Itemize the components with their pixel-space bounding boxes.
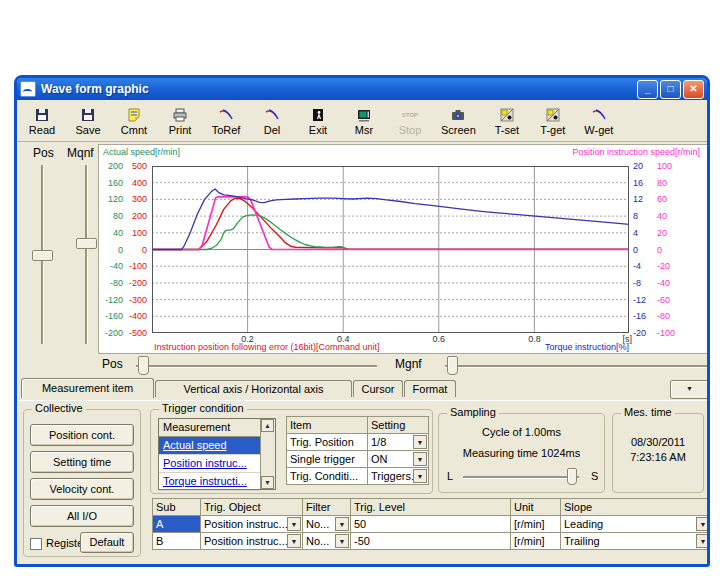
maximize-button[interactable]: □ xyxy=(660,80,681,99)
settings-col-header: Item xyxy=(286,416,368,434)
setting-item-label: Trig. Position xyxy=(286,433,368,451)
axis-tick: -20 xyxy=(633,328,651,338)
collective-group: Collective Position cont.Setting timeVel… xyxy=(23,409,141,557)
mes-time-group: Mes. time 08/30/2011 7:23:16 AM xyxy=(612,413,704,493)
tab-overflow-dropdown-button[interactable]: ▼ xyxy=(670,380,709,399)
trigger-condition-group: Trigger condition MeasurementActual spee… xyxy=(150,409,433,494)
pos-horizontal-label: Pos xyxy=(102,357,123,371)
axis-tick: 12 xyxy=(633,194,651,204)
collective-button-setting-time[interactable]: Setting time xyxy=(30,451,134,473)
measurement-list-scrollbar[interactable]: ▲ ▼ xyxy=(260,419,275,489)
measurement-list-item[interactable]: Position instruc... xyxy=(159,455,261,473)
wave-curves-icon xyxy=(264,106,280,123)
trigger-table-col-header: Sub xyxy=(152,498,201,516)
trigger-table-col-header: Filter xyxy=(302,498,351,516)
screenshot-stage: Wave form graphic _ □ ✕ Read Save Cmnt P… xyxy=(0,0,723,584)
toolbar-button-save[interactable]: Save xyxy=(73,106,103,136)
tab-strip: Measurement itemVertical axis / Horizont… xyxy=(19,378,705,398)
scroll-down-icon[interactable]: ▼ xyxy=(261,476,274,489)
tab-measurement-item[interactable]: Measurement item xyxy=(21,378,154,398)
toolbar-button-cmnt[interactable]: Cmnt xyxy=(119,106,149,136)
trigger-object-dropdown[interactable]: Position instruc...▼ xyxy=(200,532,303,550)
unit-cell: [r/min] xyxy=(510,532,561,550)
toolbar-button-print[interactable]: Print xyxy=(165,106,195,136)
x-axis-tick: 0.2 xyxy=(233,334,263,344)
stop-icon: STOP xyxy=(401,106,419,123)
collective-button-position-cont-[interactable]: Position cont. xyxy=(30,424,134,446)
close-button[interactable]: ✕ xyxy=(683,80,704,99)
mqnf-vertical-slider-thumb[interactable] xyxy=(76,238,97,249)
toolbar-button-t-get[interactable]: T-get xyxy=(538,106,568,136)
actual-speed-axis-label: Actual speed[r/min] xyxy=(103,147,180,157)
toolbar-button-screen[interactable]: Screen xyxy=(441,106,476,136)
mgnf-horizontal-slider-track[interactable] xyxy=(445,365,707,368)
tab-format[interactable]: Format xyxy=(404,380,456,397)
chevron-down-icon[interactable]: ▼ xyxy=(413,469,427,483)
mgnf-horizontal-slider-thumb[interactable] xyxy=(447,356,458,375)
trigger-row-sub-cell[interactable]: B xyxy=(152,532,201,550)
chevron-down-icon[interactable]: ▼ xyxy=(335,517,349,531)
axis-tick: 0 xyxy=(633,245,651,255)
trigger-get-icon xyxy=(545,106,561,123)
minimize-button[interactable]: _ xyxy=(637,80,658,99)
toolbar-button-exit[interactable]: Exit xyxy=(303,106,333,136)
toolbar: Read Save Cmnt Print ToRef Del Exit MsrS… xyxy=(17,100,707,142)
chevron-down-icon[interactable]: ▼ xyxy=(413,435,427,449)
scroll-up-icon[interactable]: ▲ xyxy=(261,419,274,432)
filter-dropdown[interactable]: No...▼ xyxy=(302,532,351,550)
sampling-slider-left-label: L xyxy=(447,470,453,482)
floppy-read-icon xyxy=(34,106,50,123)
tab-vertical-axis-horizontal-axis[interactable]: Vertical axis / Horizontal axis xyxy=(155,380,352,397)
chevron-down-icon[interactable]: ▼ xyxy=(696,517,710,531)
trigger-level-input[interactable]: 50 xyxy=(350,515,511,533)
chevron-down-icon[interactable]: ▼ xyxy=(287,534,301,548)
mqnf-vertical-slider-track[interactable] xyxy=(85,165,88,344)
measurement-list-item[interactable]: Torque instructi... xyxy=(159,473,261,491)
slope-dropdown[interactable]: Trailing▼ xyxy=(560,532,710,550)
axis-tick: 60 xyxy=(657,194,681,204)
trigger-row-sub-cell[interactable]: A xyxy=(152,515,201,533)
trigger-level-input[interactable]: -50 xyxy=(350,532,511,550)
toolbar-button-w-get[interactable]: W-get xyxy=(584,106,614,136)
default-button[interactable]: Default xyxy=(80,532,134,553)
setting-value-dropdown[interactable]: Triggers... ▼ xyxy=(367,467,429,485)
setting-value-dropdown[interactable]: ON ▼ xyxy=(367,450,429,468)
pos-vertical-slider-thumb[interactable] xyxy=(32,250,53,261)
floppy-save-icon xyxy=(80,106,96,123)
sampling-slider-thumb[interactable] xyxy=(567,468,577,485)
waveform-plot xyxy=(152,166,629,333)
register-checkbox[interactable] xyxy=(30,538,42,550)
chevron-down-icon[interactable]: ▼ xyxy=(413,452,427,466)
chevron-down-icon[interactable]: ▼ xyxy=(287,517,301,531)
toolbar-button-msr[interactable]: Msr xyxy=(349,106,379,136)
trigger-condition-group-title: Trigger condition xyxy=(159,402,247,414)
measurement-list-item[interactable]: Actual speed xyxy=(159,437,261,455)
x-axis-tick: 0.8 xyxy=(519,334,549,344)
trigger-object-dropdown[interactable]: Position instruc...▼ xyxy=(200,515,303,533)
chevron-down-icon[interactable]: ▼ xyxy=(696,534,710,548)
camera-icon xyxy=(450,106,466,123)
slope-dropdown[interactable]: Leading▼ xyxy=(560,515,710,533)
axis-tick: -20 xyxy=(657,261,681,271)
pos-horizontal-slider-track[interactable] xyxy=(136,365,377,368)
toolbar-button-toref[interactable]: ToRef xyxy=(211,106,241,136)
axis-tick: 200 xyxy=(101,161,123,171)
trigger-table-col-header: Trig. Object xyxy=(200,498,303,516)
sampling-slider-track[interactable] xyxy=(463,476,579,479)
filter-dropdown[interactable]: No...▼ xyxy=(302,515,351,533)
mqnf-vertical-label: Mqnf xyxy=(67,146,94,160)
sampling-cycle-text: Cycle of 1.00ms xyxy=(439,426,604,438)
pos-horizontal-slider-thumb[interactable] xyxy=(138,356,149,375)
axis-tick: -500 xyxy=(125,328,147,338)
collective-button-velocity-cont-[interactable]: Velocity cont. xyxy=(30,478,134,500)
chevron-down-icon[interactable]: ▼ xyxy=(335,534,349,548)
toolbar-button-del[interactable]: Del xyxy=(257,106,287,136)
measurement-list: MeasurementActual speedPosition instruc.… xyxy=(158,418,276,490)
setting-value-dropdown[interactable]: 1/8 ▼ xyxy=(367,433,429,451)
tab-cursor[interactable]: Cursor xyxy=(353,380,403,397)
toolbar-button-read[interactable]: Read xyxy=(27,106,57,136)
toolbar-button-t-set[interactable]: T-set xyxy=(492,106,522,136)
collective-button-all-i-o[interactable]: All I/O xyxy=(30,505,134,527)
axis-tick: -40 xyxy=(657,278,681,288)
sampling-group: Sampling Cycle of 1.00ms Measuring time … xyxy=(438,413,605,493)
